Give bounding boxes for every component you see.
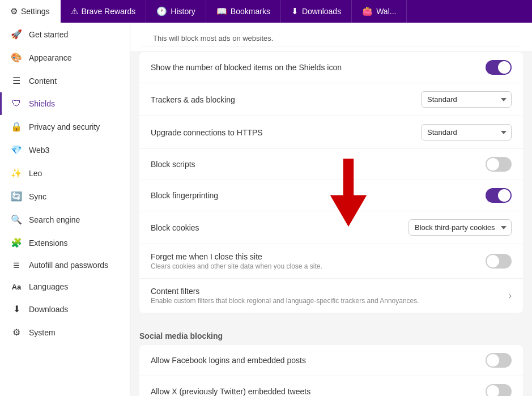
sidebar-item-extensions[interactable]: 🧩 Extensions: [0, 231, 130, 254]
sidebar-item-autofill[interactable]: ☰ Autofill and passwords: [0, 254, 130, 276]
block-scripts-label: Block scripts: [151, 160, 486, 169]
setting-block-scripts: Block scripts: [139, 149, 523, 180]
tab-bookmarks[interactable]: 📖 Bookmarks: [206, 0, 281, 23]
trackers-ads-label: Trackers & ads blocking: [151, 95, 421, 104]
tab-wallet[interactable]: 👛 Wal...: [352, 0, 407, 23]
block-cookies-label: Block cookies: [151, 223, 408, 232]
sidebar-item-web3[interactable]: 💎 Web3: [0, 138, 130, 161]
language-icon: Aa: [11, 283, 22, 291]
sidebar-item-downloads[interactable]: ⬇ Downloads: [0, 297, 130, 321]
twitter-label: Allow X (previously Twitter) embedded tw…: [151, 387, 486, 396]
sidebar-item-shields[interactable]: 🛡 Shields: [0, 92, 130, 115]
setting-twitter: Allow X (previously Twitter) embedded tw…: [139, 376, 523, 396]
setting-forget-me: Forget me when I close this site Clears …: [139, 244, 523, 279]
forget-me-label: Forget me when I close this site: [151, 252, 486, 261]
content-icon: ☰: [11, 75, 22, 86]
upgrade-https-label: Upgrade connections to HTTPS: [151, 128, 421, 137]
setting-block-fingerprinting: Block fingerprinting: [139, 180, 523, 211]
setting-block-cookies: Block cookies Block third-party cookies …: [139, 211, 523, 244]
tab-brave-rewards[interactable]: ⚠ Brave Rewards: [61, 0, 147, 23]
bookmarks-icon: 📖: [216, 6, 227, 16]
sidebar-item-system[interactable]: ⚙ System: [0, 321, 130, 344]
history-icon: 🕐: [156, 6, 167, 16]
main-layout: 🚀 Get started 🎨 Appearance ☰ Content 🛡 S…: [0, 23, 532, 396]
sidebar-item-languages[interactable]: Aa Languages: [0, 276, 130, 297]
setting-facebook: Allow Facebook logins and embedded posts: [139, 345, 523, 376]
tab-downloads[interactable]: ⬇ Downloads: [281, 0, 352, 23]
tab-settings[interactable]: ⚙ Settings: [0, 0, 61, 23]
system-icon: ⚙: [11, 327, 22, 338]
setting-show-blocked-count: Show the number of blocked items on the …: [139, 52, 523, 83]
block-fingerprinting-label: Block fingerprinting: [151, 191, 486, 200]
setting-trackers-ads: Trackers & ads blocking Standard Aggress…: [139, 83, 523, 116]
downloads-icon: ⬇: [291, 6, 299, 16]
settings-section: Show the number of blocked items on the …: [139, 52, 523, 313]
content-filters-label: Content filters: [151, 287, 509, 296]
tab-bar: ⚙ Settings ⚠ Brave Rewards 🕐 History 📖 B…: [0, 0, 532, 23]
lock-icon: 🔒: [11, 121, 22, 132]
block-scripts-toggle[interactable]: [486, 157, 512, 172]
sidebar-item-privacy-security[interactable]: 🔒 Privacy and security: [0, 115, 130, 138]
show-blocked-toggle[interactable]: [486, 60, 512, 75]
settings-icon: ⚙: [10, 6, 18, 16]
twitter-toggle[interactable]: [486, 384, 512, 396]
tab-history[interactable]: 🕐 History: [146, 0, 206, 23]
block-cookies-select[interactable]: Block third-party cookies Block all cook…: [408, 219, 512, 236]
setting-upgrade-https: Upgrade connections to HTTPS Standard St…: [139, 116, 523, 149]
sidebar-item-content[interactable]: ☰ Content: [0, 69, 130, 92]
web3-icon: 💎: [11, 144, 22, 155]
forget-me-group: Forget me when I close this site Clears …: [151, 252, 486, 270]
content-filters-sublabel: Enable custom filters that block regiona…: [151, 297, 509, 305]
wallet-icon: 👛: [362, 6, 373, 16]
sidebar-item-sync[interactable]: 🔄 Sync: [0, 185, 130, 208]
sync-icon: 🔄: [11, 191, 22, 202]
setting-content-filters[interactable]: Content filters Enable custom filters th…: [139, 279, 523, 313]
sidebar-item-appearance[interactable]: 🎨 Appearance: [0, 46, 130, 69]
sidebar-item-leo[interactable]: ✨ Leo: [0, 161, 130, 185]
facebook-toggle[interactable]: [486, 353, 512, 368]
trackers-ads-select[interactable]: Standard Aggressive Disabled: [421, 91, 512, 108]
facebook-label: Allow Facebook logins and embedded posts: [151, 356, 486, 365]
shield-icon: 🛡: [11, 99, 22, 109]
block-fingerprinting-toggle[interactable]: [486, 188, 512, 203]
top-note: This will block most ads on websites.: [142, 28, 521, 46]
palette-icon: 🎨: [11, 52, 22, 63]
content-filters-group: Content filters Enable custom filters th…: [151, 287, 509, 305]
sidebar-item-get-started[interactable]: 🚀 Get started: [0, 23, 130, 46]
extensions-icon: 🧩: [11, 237, 22, 248]
social-media-section: Allow Facebook logins and embedded posts…: [139, 345, 523, 396]
chevron-right-icon: ›: [509, 291, 512, 301]
upgrade-https-select[interactable]: Standard Strict Disabled: [421, 124, 512, 140]
rocket-icon: 🚀: [11, 29, 22, 40]
leo-icon: ✨: [11, 168, 22, 178]
social-media-heading: Social media blocking: [130, 322, 532, 345]
sidebar-item-search-engine[interactable]: 🔍 Search engine: [0, 208, 130, 231]
sidebar: 🚀 Get started 🎨 Appearance ☰ Content 🛡 S…: [0, 23, 130, 396]
forget-me-sublabel: Clears cookies and other site data when …: [151, 262, 486, 270]
search-icon: 🔍: [11, 214, 22, 225]
autofill-icon: ☰: [11, 261, 22, 270]
brave-rewards-icon: ⚠: [71, 6, 78, 16]
download-icon: ⬇: [11, 304, 22, 314]
show-blocked-label: Show the number of blocked items on the …: [151, 63, 486, 72]
content-area: This will block most ads on websites. Sh…: [130, 23, 532, 396]
forget-me-toggle[interactable]: [486, 254, 512, 269]
